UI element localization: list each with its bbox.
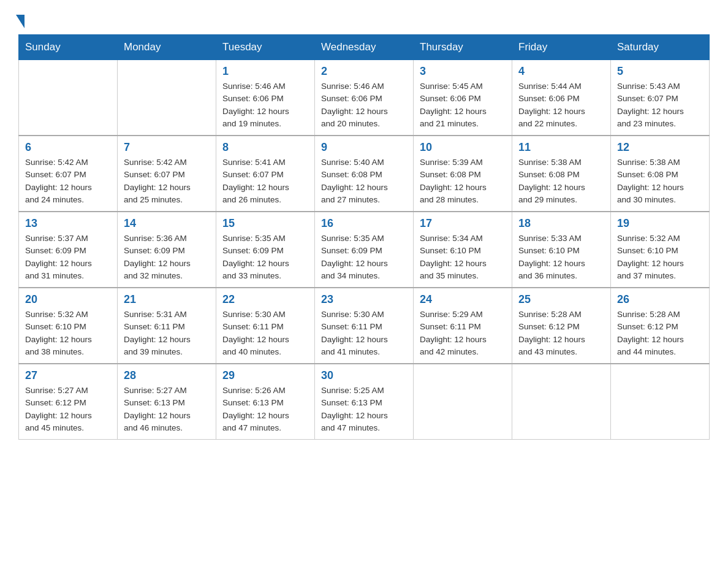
calendar-cell: 20Sunrise: 5:32 AM Sunset: 6:10 PM Dayli… bbox=[19, 288, 118, 364]
day-number: 26 bbox=[617, 293, 703, 306]
day-of-week-header: Monday bbox=[118, 35, 216, 60]
day-number: 7 bbox=[124, 141, 210, 154]
day-number: 12 bbox=[617, 141, 703, 154]
day-info: Sunrise: 5:38 AM Sunset: 6:08 PM Dayligh… bbox=[617, 156, 703, 206]
calendar-cell: 12Sunrise: 5:38 AM Sunset: 6:08 PM Dayli… bbox=[611, 136, 710, 212]
day-info: Sunrise: 5:39 AM Sunset: 6:08 PM Dayligh… bbox=[420, 156, 506, 206]
calendar-cell: 17Sunrise: 5:34 AM Sunset: 6:10 PM Dayli… bbox=[414, 212, 512, 288]
calendar-week-row: 13Sunrise: 5:37 AM Sunset: 6:09 PM Dayli… bbox=[19, 212, 710, 288]
calendar-cell: 24Sunrise: 5:29 AM Sunset: 6:11 PM Dayli… bbox=[414, 288, 512, 364]
calendar-cell: 4Sunrise: 5:44 AM Sunset: 6:06 PM Daylig… bbox=[512, 60, 611, 136]
day-number: 8 bbox=[222, 141, 308, 154]
day-info: Sunrise: 5:44 AM Sunset: 6:06 PM Dayligh… bbox=[518, 80, 604, 130]
day-number: 4 bbox=[518, 65, 604, 78]
calendar-cell: 10Sunrise: 5:39 AM Sunset: 6:08 PM Dayli… bbox=[414, 136, 512, 212]
calendar-cell: 26Sunrise: 5:28 AM Sunset: 6:12 PM Dayli… bbox=[611, 288, 710, 364]
day-info: Sunrise: 5:45 AM Sunset: 6:06 PM Dayligh… bbox=[420, 80, 506, 130]
day-of-week-header: Thursday bbox=[414, 35, 512, 60]
day-number: 2 bbox=[321, 65, 407, 78]
calendar-cell: 6Sunrise: 5:42 AM Sunset: 6:07 PM Daylig… bbox=[19, 136, 118, 212]
day-info: Sunrise: 5:41 AM Sunset: 6:07 PM Dayligh… bbox=[222, 156, 308, 206]
day-number: 9 bbox=[321, 141, 407, 154]
day-info: Sunrise: 5:40 AM Sunset: 6:08 PM Dayligh… bbox=[321, 156, 407, 206]
calendar-cell: 1Sunrise: 5:46 AM Sunset: 6:06 PM Daylig… bbox=[216, 60, 315, 136]
calendar-cell: 27Sunrise: 5:27 AM Sunset: 6:12 PM Dayli… bbox=[19, 364, 118, 440]
day-number: 11 bbox=[518, 141, 604, 154]
calendar-cell: 9Sunrise: 5:40 AM Sunset: 6:08 PM Daylig… bbox=[315, 136, 414, 212]
calendar-cell bbox=[118, 60, 216, 136]
logo-triangle-icon bbox=[16, 15, 25, 28]
day-info: Sunrise: 5:33 AM Sunset: 6:10 PM Dayligh… bbox=[518, 232, 604, 282]
calendar-cell: 11Sunrise: 5:38 AM Sunset: 6:08 PM Dayli… bbox=[512, 136, 611, 212]
calendar-header-row: SundayMondayTuesdayWednesdayThursdayFrid… bbox=[19, 35, 710, 60]
day-number: 18 bbox=[518, 217, 604, 230]
day-info: Sunrise: 5:32 AM Sunset: 6:10 PM Dayligh… bbox=[25, 308, 111, 358]
calendar-cell bbox=[512, 364, 611, 440]
day-info: Sunrise: 5:29 AM Sunset: 6:11 PM Dayligh… bbox=[420, 308, 506, 358]
day-info: Sunrise: 5:28 AM Sunset: 6:12 PM Dayligh… bbox=[518, 308, 604, 358]
calendar-cell: 18Sunrise: 5:33 AM Sunset: 6:10 PM Dayli… bbox=[512, 212, 611, 288]
calendar-cell bbox=[414, 364, 512, 440]
calendar-week-row: 27Sunrise: 5:27 AM Sunset: 6:12 PM Dayli… bbox=[19, 364, 710, 440]
calendar-cell: 30Sunrise: 5:25 AM Sunset: 6:13 PM Dayli… bbox=[315, 364, 414, 440]
day-info: Sunrise: 5:46 AM Sunset: 6:06 PM Dayligh… bbox=[222, 80, 308, 130]
day-number: 30 bbox=[321, 369, 407, 382]
day-number: 6 bbox=[25, 141, 111, 154]
calendar-cell: 25Sunrise: 5:28 AM Sunset: 6:12 PM Dayli… bbox=[512, 288, 611, 364]
calendar-week-row: 1Sunrise: 5:46 AM Sunset: 6:06 PM Daylig… bbox=[19, 60, 710, 136]
day-info: Sunrise: 5:42 AM Sunset: 6:07 PM Dayligh… bbox=[25, 156, 111, 206]
calendar-cell bbox=[611, 364, 710, 440]
calendar-cell: 29Sunrise: 5:26 AM Sunset: 6:13 PM Dayli… bbox=[216, 364, 315, 440]
day-number: 29 bbox=[222, 369, 308, 382]
day-number: 22 bbox=[222, 293, 308, 306]
day-number: 10 bbox=[420, 141, 506, 154]
calendar-cell: 7Sunrise: 5:42 AM Sunset: 6:07 PM Daylig… bbox=[118, 136, 216, 212]
day-info: Sunrise: 5:46 AM Sunset: 6:06 PM Dayligh… bbox=[321, 80, 407, 130]
day-of-week-header: Wednesday bbox=[315, 35, 414, 60]
day-info: Sunrise: 5:30 AM Sunset: 6:11 PM Dayligh… bbox=[321, 308, 407, 358]
calendar-cell: 13Sunrise: 5:37 AM Sunset: 6:09 PM Dayli… bbox=[19, 212, 118, 288]
calendar-cell: 5Sunrise: 5:43 AM Sunset: 6:07 PM Daylig… bbox=[611, 60, 710, 136]
day-number: 24 bbox=[420, 293, 506, 306]
day-of-week-header: Saturday bbox=[611, 35, 710, 60]
day-info: Sunrise: 5:43 AM Sunset: 6:07 PM Dayligh… bbox=[617, 80, 703, 130]
day-number: 14 bbox=[124, 217, 210, 230]
calendar-cell: 8Sunrise: 5:41 AM Sunset: 6:07 PM Daylig… bbox=[216, 136, 315, 212]
day-info: Sunrise: 5:35 AM Sunset: 6:09 PM Dayligh… bbox=[321, 232, 407, 282]
day-info: Sunrise: 5:31 AM Sunset: 6:11 PM Dayligh… bbox=[124, 308, 210, 358]
day-number: 3 bbox=[420, 65, 506, 78]
calendar-cell: 23Sunrise: 5:30 AM Sunset: 6:11 PM Dayli… bbox=[315, 288, 414, 364]
day-info: Sunrise: 5:37 AM Sunset: 6:09 PM Dayligh… bbox=[25, 232, 111, 282]
day-number: 13 bbox=[25, 217, 111, 230]
calendar-cell: 2Sunrise: 5:46 AM Sunset: 6:06 PM Daylig… bbox=[315, 60, 414, 136]
calendar-cell bbox=[19, 60, 118, 136]
day-number: 23 bbox=[321, 293, 407, 306]
day-number: 1 bbox=[222, 65, 308, 78]
day-number: 28 bbox=[124, 369, 210, 382]
calendar-week-row: 20Sunrise: 5:32 AM Sunset: 6:10 PM Dayli… bbox=[19, 288, 710, 364]
day-info: Sunrise: 5:27 AM Sunset: 6:12 PM Dayligh… bbox=[25, 385, 111, 434]
calendar-cell: 14Sunrise: 5:36 AM Sunset: 6:09 PM Dayli… bbox=[118, 212, 216, 288]
day-number: 20 bbox=[25, 293, 111, 306]
day-number: 27 bbox=[25, 369, 111, 382]
day-info: Sunrise: 5:35 AM Sunset: 6:09 PM Dayligh… bbox=[222, 232, 308, 282]
calendar-cell: 22Sunrise: 5:30 AM Sunset: 6:11 PM Dayli… bbox=[216, 288, 315, 364]
day-number: 25 bbox=[518, 293, 604, 306]
day-info: Sunrise: 5:36 AM Sunset: 6:09 PM Dayligh… bbox=[124, 232, 210, 282]
day-number: 15 bbox=[222, 217, 308, 230]
calendar-cell: 19Sunrise: 5:32 AM Sunset: 6:10 PM Dayli… bbox=[611, 212, 710, 288]
day-of-week-header: Sunday bbox=[19, 35, 118, 60]
day-info: Sunrise: 5:26 AM Sunset: 6:13 PM Dayligh… bbox=[222, 385, 308, 434]
calendar-cell: 3Sunrise: 5:45 AM Sunset: 6:06 PM Daylig… bbox=[414, 60, 512, 136]
calendar-cell: 21Sunrise: 5:31 AM Sunset: 6:11 PM Dayli… bbox=[118, 288, 216, 364]
calendar-table: SundayMondayTuesdayWednesdayThursdayFrid… bbox=[18, 34, 710, 440]
calendar-week-row: 6Sunrise: 5:42 AM Sunset: 6:07 PM Daylig… bbox=[19, 136, 710, 212]
day-number: 21 bbox=[124, 293, 210, 306]
day-number: 5 bbox=[617, 65, 703, 78]
calendar-cell: 28Sunrise: 5:27 AM Sunset: 6:13 PM Dayli… bbox=[118, 364, 216, 440]
logo bbox=[18, 12, 25, 28]
day-info: Sunrise: 5:28 AM Sunset: 6:12 PM Dayligh… bbox=[617, 308, 703, 358]
day-of-week-header: Friday bbox=[512, 35, 611, 60]
day-info: Sunrise: 5:27 AM Sunset: 6:13 PM Dayligh… bbox=[124, 385, 210, 434]
day-of-week-header: Tuesday bbox=[216, 35, 315, 60]
